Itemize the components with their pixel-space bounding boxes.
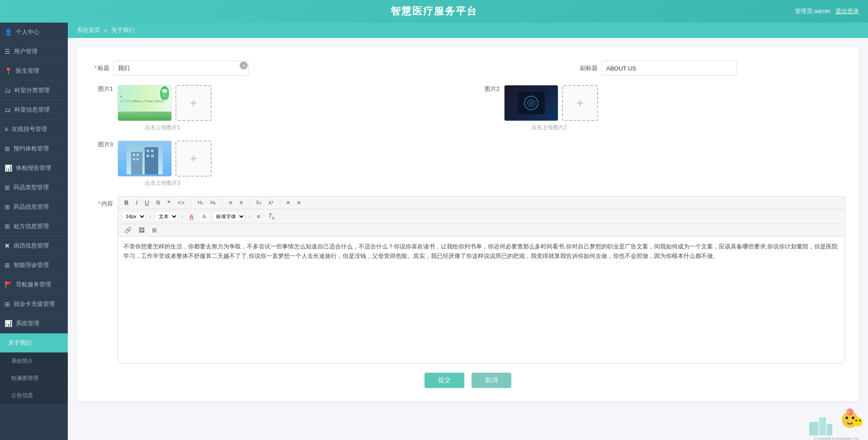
title-subtitle-row: 标题 × 副标题 xyxy=(90,61,845,76)
toolbar-indent-button[interactable]: ≡ xyxy=(254,212,263,221)
sidebar-item-appointment[interactable]: ≡ 在线挂号管理 xyxy=(0,120,68,139)
toolbar-link-button[interactable]: 🔗 xyxy=(122,226,134,234)
toolbar-strikethrough-button[interactable]: S xyxy=(153,198,163,207)
toolbar-h1-button[interactable]: H₁ xyxy=(195,199,206,206)
image2-svg xyxy=(518,92,545,114)
sidebar-item-card-recharge[interactable]: ⊞ 就诊卡充值管理 xyxy=(0,295,68,314)
sidebar-item-about[interactable]: 关于我们 xyxy=(0,333,68,353)
subitem-label: 轮播图管理 xyxy=(11,375,38,381)
image3-add-button[interactable]: + xyxy=(175,140,212,177)
prescription-icon: ⊞ xyxy=(5,223,10,230)
sidebar-item-checkup[interactable]: ⊞ 预约体检管理 xyxy=(0,139,68,159)
menu-icon: ☰ xyxy=(5,48,10,55)
breadcrumb: 系统首页 ≡ 关于我们 xyxy=(68,23,868,38)
drug-icon: ⊞ xyxy=(5,184,10,191)
image2-section: 图片2 xyxy=(477,85,845,131)
subitem-label: 公告信息 xyxy=(11,392,33,398)
cancel-button[interactable]: 取消 xyxy=(472,373,511,388)
toolbar-divider3 xyxy=(249,199,250,207)
toolbar-divider6: ▾ xyxy=(181,213,184,220)
toolbar-align-left-button[interactable]: ≡ xyxy=(284,198,293,207)
subtitle-col: 副标题 xyxy=(574,61,845,76)
toolbar-bold-button[interactable]: B xyxy=(122,198,131,207)
page-content: 标题 × 副标题 xyxy=(68,38,868,440)
system-icon: 📊 xyxy=(5,320,12,327)
sidebar-label: 科室分类管理 xyxy=(14,86,50,94)
toolbar-divider7: ▾ xyxy=(248,213,251,220)
title-input-wrapper: × xyxy=(113,61,249,76)
sidebar-item-users[interactable]: ☰ 用户管理 xyxy=(0,42,68,61)
image2-add-button[interactable]: + xyxy=(562,85,598,121)
header-user: 管理员:admin 退出登录 xyxy=(795,7,859,15)
image3-svg xyxy=(127,143,163,174)
sidebar-label: 药品类型管理 xyxy=(14,183,49,192)
dept-icon: 🗂 xyxy=(5,87,11,94)
drug-info-icon: ⊞ xyxy=(5,203,10,211)
sidebar-item-doctors[interactable]: 📍 医生管理 xyxy=(0,61,68,81)
image1-upload-container: b 1.了 2.于 3.吧(kcn) 4.不(gii) 5.把(rcn) xyxy=(118,85,212,121)
toolbar-fontsize-select[interactable]: 14px xyxy=(122,211,146,222)
editor-toolbar-row3: 🔗 🖼 ⊞ xyxy=(118,224,845,237)
toolbar-h2-button[interactable]: H₂ xyxy=(208,199,218,206)
sidebar-subitem-notice[interactable]: 公告信息 xyxy=(0,387,68,404)
toolbar-align-right-button[interactable]: ≡ xyxy=(294,198,303,207)
toolbar-italic-button[interactable]: I xyxy=(133,198,140,207)
toolbar-fonttype-select[interactable]: 文本 xyxy=(155,211,178,222)
sidebar-item-personal[interactable]: 👤 个人中心 xyxy=(0,23,68,42)
title-clear-button[interactable]: × xyxy=(240,61,248,70)
sidebar-item-dept-category[interactable]: 🗂 科室分类管理 xyxy=(0,81,68,100)
editor-content-area[interactable]: 不管你想要怎样的生活，你都要去努力为争取，不多尝试一些事情怎么知道自己适合什么，… xyxy=(118,237,845,363)
sidebar-subitem-banner[interactable]: 轮播图管理 xyxy=(0,370,68,387)
sidebar-item-navigation[interactable]: 🚩 导航服务管理 xyxy=(0,275,68,295)
sidebar-submenu: 系统简介 轮播图管理 公告信息 xyxy=(0,353,68,404)
sidebar-item-system[interactable]: 📊 系统管理 xyxy=(0,314,68,333)
image2-upload-container: + xyxy=(504,85,598,121)
image3-row: 图片3 xyxy=(90,140,845,187)
svg-rect-16 xyxy=(146,154,149,157)
breadcrumb-home[interactable]: 系统首页 xyxy=(77,26,100,34)
sidebar-item-medical-record[interactable]: ✖ 病历信息管理 xyxy=(0,236,68,256)
toolbar-fontcolor-bg-button[interactable]: A xyxy=(199,212,209,221)
sidebar-label: 医生管理 xyxy=(16,67,39,75)
toolbar-divider2 xyxy=(222,199,222,207)
toolbar-table-button[interactable]: ⊞ xyxy=(149,226,160,234)
logout-button[interactable]: 退出登录 xyxy=(835,8,859,14)
toolbar-sup-button[interactable]: X² xyxy=(266,199,276,206)
submit-button[interactable]: 提交 xyxy=(425,373,464,388)
toolbar-divider4 xyxy=(280,199,280,207)
subtitle-input[interactable] xyxy=(601,61,737,76)
toolbar-image-button[interactable]: 🖼 xyxy=(136,226,147,234)
doctor-icon: 📍 xyxy=(5,67,12,75)
toolbar-quote-button[interactable]: ❝ xyxy=(165,198,173,207)
record-icon: ✖ xyxy=(5,242,10,249)
toolbar-sub-button[interactable]: X₂ xyxy=(253,199,264,206)
sidebar-item-drug-info[interactable]: ⊞ 药品信息管理 xyxy=(0,197,68,217)
sidebar-item-dept-info[interactable]: 🗂 科室信息管理 xyxy=(0,100,68,120)
main-layout: 👤 个人中心 ☰ 用户管理 📍 医生管理 🗂 科室分类管理 🗂 科室信息管理 ≡… xyxy=(0,23,868,440)
sidebar-item-drug-type[interactable]: ⊞ 药品类型管理 xyxy=(0,178,68,197)
toolbar-clearformat-button[interactable]: Tx xyxy=(266,211,277,221)
image1-add-button[interactable]: + xyxy=(175,85,212,121)
subtitle-label: 副标题 xyxy=(574,64,601,72)
svg-rect-12 xyxy=(133,158,135,160)
sidebar-item-report[interactable]: 📊 体检报告管理 xyxy=(0,159,68,178)
toolbar-code-button[interactable]: <> xyxy=(175,198,187,207)
toolbar-ol-button[interactable]: ≡ xyxy=(226,198,235,207)
editor-container: B I U S ❝ <> H₁ H₂ ≡ ≡ xyxy=(118,196,845,364)
sidebar-item-prescription[interactable]: ⊞ 处方信息管理 xyxy=(0,217,68,236)
sidebar-item-triage[interactable]: ⊞ 智能导诊管理 xyxy=(0,256,68,275)
title-input[interactable] xyxy=(113,61,249,76)
image2-label: 图片2 xyxy=(477,85,504,93)
title-col: 标题 × xyxy=(90,61,565,76)
appt-icon: ≡ xyxy=(5,126,8,133)
toolbar-fontcolor-button[interactable]: A xyxy=(187,212,196,221)
toolbar-divider5: ▾ xyxy=(149,213,152,220)
toolbar-ul-button[interactable]: ≡ xyxy=(237,198,246,207)
toolbar-underline-button[interactable]: U xyxy=(142,198,151,207)
toolbar-fontstyle-select[interactable]: 标准字体 xyxy=(212,211,245,222)
image3-label: 图片3 xyxy=(90,140,118,149)
image3-upload-container: + xyxy=(118,140,212,177)
content-label: 内容 xyxy=(90,196,118,208)
nav-icon: 🚩 xyxy=(5,281,12,288)
sidebar-subitem-intro[interactable]: 系统简介 xyxy=(0,353,68,370)
